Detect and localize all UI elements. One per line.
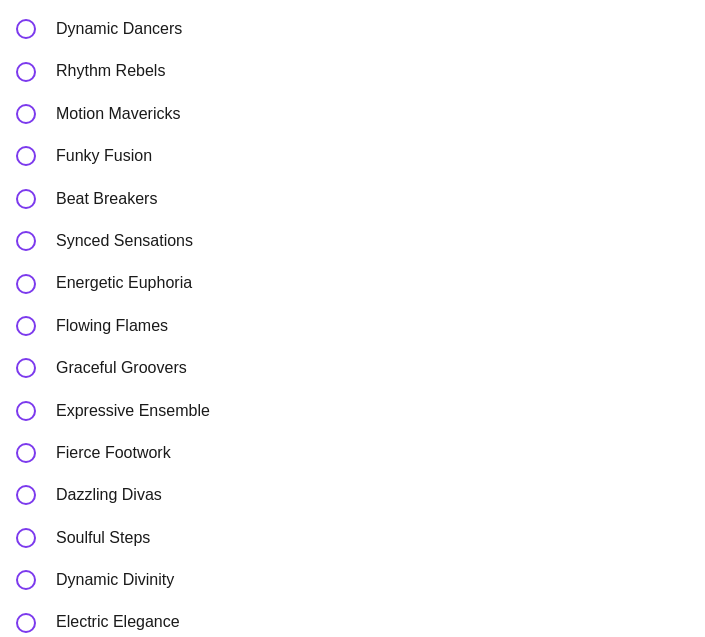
list-item[interactable]: Rhythm Rebels	[0, 50, 705, 92]
item-label: Motion Mavericks	[56, 103, 180, 125]
list-item[interactable]: Expressive Ensemble	[0, 390, 705, 432]
dance-groups-list: Dynamic DancersRhythm RebelsMotion Maver…	[0, 0, 705, 637]
item-label: Dynamic Dancers	[56, 18, 182, 40]
circle-icon	[16, 231, 36, 251]
item-label: Fierce Footwork	[56, 442, 171, 464]
list-item[interactable]: Dynamic Dancers	[0, 8, 705, 50]
circle-icon	[16, 104, 36, 124]
list-item[interactable]: Flowing Flames	[0, 305, 705, 347]
list-item[interactable]: Dynamic Divinity	[0, 559, 705, 601]
circle-icon	[16, 19, 36, 39]
circle-icon	[16, 358, 36, 378]
circle-icon	[16, 528, 36, 548]
list-item[interactable]: Synced Sensations	[0, 220, 705, 262]
circle-icon	[16, 189, 36, 209]
list-item[interactable]: Funky Fusion	[0, 135, 705, 177]
item-label: Soulful Steps	[56, 527, 150, 549]
list-item[interactable]: Energetic Euphoria	[0, 262, 705, 304]
item-label: Beat Breakers	[56, 188, 157, 210]
circle-icon	[16, 443, 36, 463]
circle-icon	[16, 401, 36, 421]
circle-icon	[16, 316, 36, 336]
list-item[interactable]: Electric Elegance	[0, 601, 705, 637]
list-item[interactable]: Beat Breakers	[0, 178, 705, 220]
circle-icon	[16, 570, 36, 590]
list-item[interactable]: Graceful Groovers	[0, 347, 705, 389]
item-label: Energetic Euphoria	[56, 272, 192, 294]
item-label: Funky Fusion	[56, 145, 152, 167]
item-label: Dynamic Divinity	[56, 569, 174, 591]
circle-icon	[16, 613, 36, 633]
list-item[interactable]: Soulful Steps	[0, 517, 705, 559]
list-item[interactable]: Fierce Footwork	[0, 432, 705, 474]
item-label: Flowing Flames	[56, 315, 168, 337]
item-label: Electric Elegance	[56, 611, 180, 633]
item-label: Rhythm Rebels	[56, 60, 165, 82]
item-label: Expressive Ensemble	[56, 400, 210, 422]
item-label: Synced Sensations	[56, 230, 193, 252]
item-label: Graceful Groovers	[56, 357, 187, 379]
item-label: Dazzling Divas	[56, 484, 162, 506]
list-item[interactable]: Motion Mavericks	[0, 93, 705, 135]
circle-icon	[16, 485, 36, 505]
list-item[interactable]: Dazzling Divas	[0, 474, 705, 516]
circle-icon	[16, 62, 36, 82]
circle-icon	[16, 274, 36, 294]
circle-icon	[16, 146, 36, 166]
